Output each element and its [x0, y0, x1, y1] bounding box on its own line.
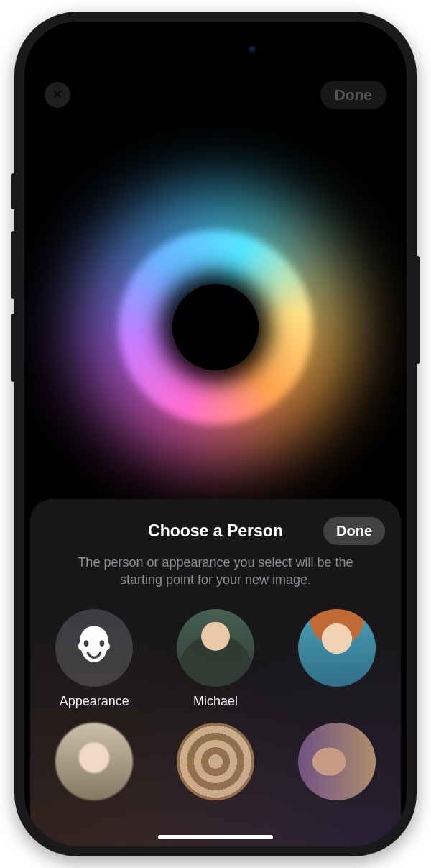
- person-avatar: [298, 609, 376, 687]
- top-bar: Done: [24, 81, 407, 109]
- done-button-top-label: Done: [335, 86, 373, 103]
- grid-item-person[interactable]: Michael: [172, 609, 259, 710]
- phone-frame: Done Choose a Person Done The person or …: [14, 12, 417, 856]
- face-icon: [69, 621, 119, 675]
- person-avatar: [177, 723, 254, 800]
- close-icon: [52, 87, 63, 104]
- close-button[interactable]: [45, 82, 70, 108]
- grid-item-person[interactable]: [294, 723, 380, 823]
- person-avatar: [298, 723, 376, 800]
- person-avatar: [55, 723, 133, 800]
- home-indicator[interactable]: [158, 835, 273, 839]
- done-button-top[interactable]: Done: [320, 81, 387, 109]
- grid-item-person[interactable]: [172, 723, 259, 823]
- sheet-subtitle: The person or appearance you select will…: [43, 554, 388, 589]
- grid-item-person[interactable]: [294, 609, 380, 710]
- screen: Done Choose a Person Done The person or …: [24, 22, 407, 846]
- grid-item-person[interactable]: [51, 723, 137, 823]
- grid-item-person[interactable]: [51, 836, 137, 846]
- grid-item-label: Michael: [193, 694, 238, 710]
- person-grid[interactable]: Appearance Michael: [43, 609, 388, 846]
- sheet-title: Choose a Person: [148, 521, 283, 541]
- person-avatar: [177, 609, 254, 687]
- generative-ring-graphic: [104, 216, 327, 439]
- grid-item-person[interactable]: [294, 836, 380, 846]
- person-picker-sheet: Choose a Person Done The person or appea…: [30, 499, 401, 846]
- grid-item-appearance[interactable]: Appearance: [51, 609, 137, 710]
- done-button-sheet[interactable]: Done: [323, 517, 385, 545]
- dynamic-island: [157, 35, 275, 65]
- done-button-sheet-label: Done: [336, 523, 372, 539]
- appearance-avatar: [55, 609, 133, 687]
- grid-item-label: Appearance: [60, 694, 129, 710]
